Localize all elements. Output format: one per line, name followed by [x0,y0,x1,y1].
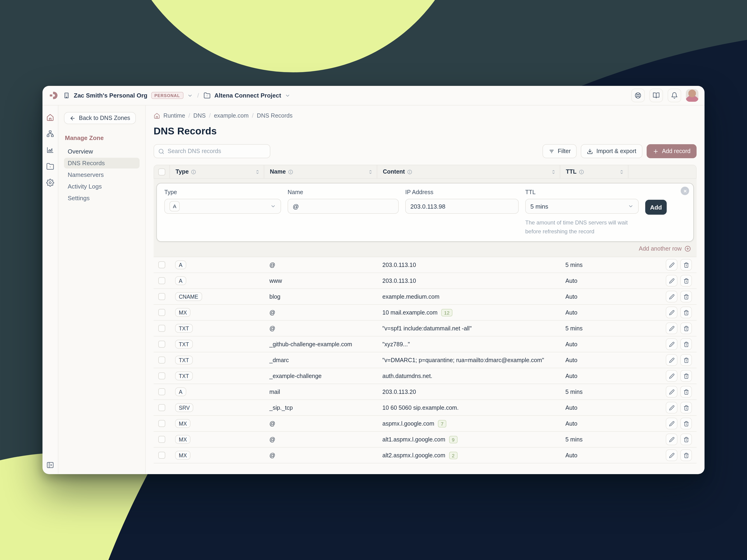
table-row: A www 203.0.113.10 Auto [154,273,697,289]
row-checkbox[interactable] [158,293,165,300]
collapse-sidebar-icon[interactable] [45,460,55,470]
row-checkbox[interactable] [158,420,165,427]
filter-button[interactable]: Filter [542,144,577,158]
add-button[interactable]: Add [645,200,667,215]
edit-record-button[interactable] [666,306,677,318]
name-field[interactable] [288,199,399,214]
sidebar-item-overview[interactable]: Overview [64,146,139,157]
sidebar-item-activity-logs[interactable]: Activity Logs [64,181,139,192]
notifications-button[interactable] [668,89,681,102]
row-checkbox[interactable] [158,356,165,364]
record-content: example.medium.com [382,293,440,300]
docs-button[interactable] [649,89,663,102]
pencil-icon [669,294,674,299]
trash-icon [683,341,689,347]
home-icon[interactable] [45,112,55,122]
breadcrumb-item[interactable]: example.com [214,112,249,119]
priority-badge: 2 [449,452,458,459]
delete-record-button[interactable] [680,449,692,461]
sort-icon[interactable] [619,169,624,174]
import-export-button[interactable]: Import & export [581,144,642,158]
delete-record-button[interactable] [680,291,692,302]
delete-record-button[interactable] [680,306,692,318]
pencil-icon [669,436,674,442]
row-checkbox[interactable] [158,341,165,348]
sidebar-item-dns-records[interactable]: DNS Records [64,158,139,168]
add-another-row-link[interactable]: Add another row [156,242,694,254]
delete-record-button[interactable] [680,322,692,334]
sidebar-item-settings[interactable]: Settings [64,193,139,204]
row-checkbox[interactable] [158,436,165,443]
edit-record-button[interactable] [666,402,677,414]
main-content: Runtime / DNS / example.com / DNS Record… [146,105,704,474]
column-header-ttl[interactable]: TTL [560,165,628,178]
top-bar: Zac Smith's Personal Org PERSONAL / Alte… [43,86,704,105]
delete-record-button[interactable] [680,433,692,445]
delete-record-button[interactable] [680,370,692,382]
ttl-select[interactable]: 5 mins [525,199,639,214]
table-row: MX @ 10 mail.example.com12 Auto [154,305,697,321]
column-header-name[interactable]: Name [264,165,377,178]
column-header-type[interactable]: Type [170,165,264,178]
delete-record-button[interactable] [680,418,692,429]
add-record-form: Type A Name [156,183,694,242]
metrics-chart-icon[interactable] [45,145,55,155]
breadcrumb-home-icon[interactable] [154,112,160,119]
sort-icon[interactable] [255,169,260,174]
edit-record-button[interactable] [666,338,677,350]
ip-address-field[interactable] [405,199,519,214]
app-logo-icon [49,90,58,100]
close-form-button[interactable] [681,187,689,195]
row-checkbox[interactable] [158,309,165,316]
edit-record-button[interactable] [666,354,677,366]
row-checkbox[interactable] [158,388,165,395]
record-type-badge: SRV [175,403,194,412]
row-checkbox[interactable] [158,372,165,379]
table-row: MX @ alt2.aspmx.l.google.com2 Auto [154,448,697,463]
row-checkbox[interactable] [158,452,165,459]
edit-record-button[interactable] [666,449,677,461]
delete-record-button[interactable] [680,259,692,271]
help-button[interactable] [631,89,645,102]
record-type-badge: TXT [175,355,192,365]
record-type-badge: A [175,276,186,285]
user-avatar[interactable] [686,89,698,102]
edit-record-button[interactable] [666,322,677,334]
select-all-checkbox[interactable] [158,168,165,175]
type-select[interactable]: A [164,199,281,214]
edit-record-button[interactable] [666,370,677,382]
delete-record-button[interactable] [680,354,692,366]
edit-record-button[interactable] [666,433,677,445]
settings-gear-icon[interactable] [45,177,55,188]
row-checkbox[interactable] [158,404,165,411]
delete-record-button[interactable] [680,402,692,414]
breadcrumb-item[interactable]: Runtime [163,112,185,119]
add-record-button[interactable]: Add record [647,144,697,158]
row-checkbox[interactable] [158,325,165,332]
delete-record-button[interactable] [680,386,692,398]
edit-record-button[interactable] [666,418,677,429]
org-switcher[interactable]: Zac Smith's Personal Org PERSONAL [63,92,192,99]
edit-record-button[interactable] [666,275,677,287]
sidebar-item-nameservers[interactable]: Nameservers [64,169,139,180]
ttl-help-text: The amount of time DNS servers will wait… [525,218,639,236]
sort-icon[interactable] [551,169,556,174]
edit-record-button[interactable] [666,259,677,271]
projects-folder-icon[interactable] [45,161,55,171]
row-checkbox[interactable] [158,277,165,284]
edit-record-button[interactable] [666,386,677,398]
edit-record-button[interactable] [666,291,677,302]
breadcrumb-item[interactable]: DNS [193,112,206,119]
project-switcher[interactable]: Altena Connect Project [204,92,290,99]
column-header-content[interactable]: Content [377,165,560,178]
breadcrumb-item[interactable]: DNS Records [257,112,292,119]
record-type-badge: TXT [175,340,192,349]
sort-icon[interactable] [368,169,373,174]
search-input[interactable] [168,148,266,155]
back-to-dns-zones-button[interactable]: Back to DNS Zones [64,112,136,124]
delete-record-button[interactable] [680,338,692,350]
delete-record-button[interactable] [680,275,692,287]
record-ttl: Auto [565,341,577,347]
sitemap-icon[interactable] [45,128,55,139]
row-checkbox[interactable] [158,261,165,268]
